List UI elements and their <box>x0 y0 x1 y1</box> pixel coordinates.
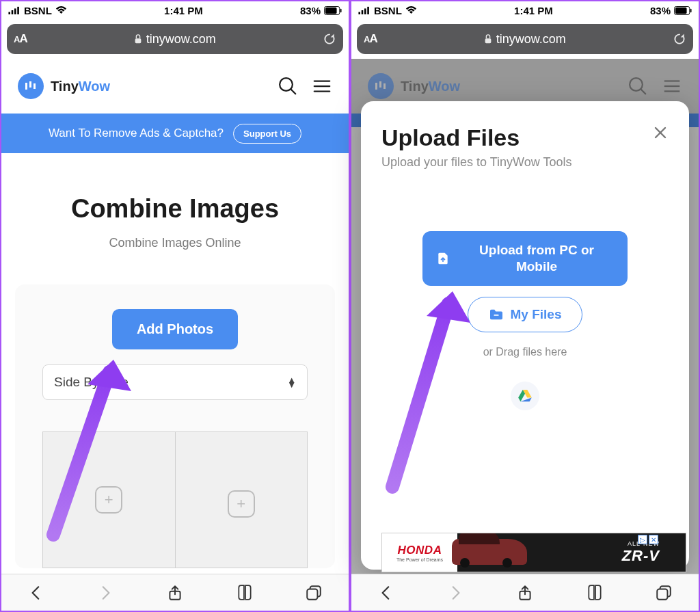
ad-brand: HONDA <box>398 544 442 557</box>
svg-rect-5 <box>325 7 337 13</box>
tabs-icon[interactable] <box>305 584 323 602</box>
svg-line-12 <box>291 90 295 94</box>
svg-rect-8 <box>25 83 27 90</box>
brand-text-1: Tiny <box>51 79 79 94</box>
svg-rect-6 <box>340 8 342 12</box>
back-icon[interactable] <box>27 584 45 602</box>
safari-address-bar: AA tinywow.com <box>1 19 349 59</box>
upload-modal: Upload Files Upload your files to TinyWo… <box>361 101 689 570</box>
address-pill[interactable]: AA tinywow.com <box>7 24 343 54</box>
status-bar: BSNL 1:41 PM 83% <box>351 1 699 19</box>
adchoices-icon[interactable]: ▷✕ <box>638 535 658 544</box>
tool-card: Add Photos Side By Side ▲▼ + + <box>15 284 335 568</box>
share-icon[interactable] <box>516 584 534 602</box>
app-header: TinyWow <box>1 59 349 114</box>
brand[interactable]: TinyWow <box>18 73 110 99</box>
clock-label: 1:41 PM <box>164 5 203 16</box>
ad-brand-box: HONDA The Power of Dreams <box>382 533 457 572</box>
modal-title: Upload Files <box>381 124 520 151</box>
brand-text-2: Wow <box>79 79 110 94</box>
drag-hint: or Drag files here <box>483 346 567 358</box>
select-value: Side By Side <box>54 375 129 390</box>
preview-grid: + + <box>42 431 308 568</box>
safari-toolbar <box>1 574 349 611</box>
my-files-button[interactable]: My Files <box>468 297 583 332</box>
svg-rect-25 <box>690 8 692 12</box>
google-drive-icon <box>518 390 532 402</box>
wifi-icon <box>55 6 67 14</box>
bookmarks-icon[interactable] <box>586 584 604 602</box>
ad-car-image <box>457 533 622 572</box>
svg-rect-3 <box>17 7 19 14</box>
reload-icon[interactable] <box>673 32 686 46</box>
signal-icon <box>358 6 371 14</box>
main-content: Combine Images Combine Images Online Add… <box>1 153 349 611</box>
url-domain: tinywow.com <box>496 32 566 46</box>
google-drive-button[interactable] <box>511 382 539 410</box>
promo-text: Want To Remove Ads & Captcha? <box>49 127 224 140</box>
address-pill[interactable]: AA tinywow.com <box>357 24 693 54</box>
svg-rect-22 <box>367 7 369 14</box>
file-upload-icon <box>436 252 450 265</box>
promo-banner: Want To Remove Ads & Captcha? Support Us <box>1 114 349 153</box>
status-bar: BSNL 1:41 PM 83% <box>1 1 349 19</box>
svg-point-11 <box>280 78 293 91</box>
bookmarks-icon[interactable] <box>236 584 254 602</box>
folder-icon <box>489 308 504 321</box>
text-size-button[interactable]: AA <box>14 32 27 46</box>
svg-rect-10 <box>33 83 36 89</box>
share-icon[interactable] <box>166 584 184 602</box>
support-us-button[interactable]: Support Us <box>233 124 301 144</box>
signal-icon <box>8 6 21 14</box>
plus-icon: + <box>95 486 122 514</box>
close-icon[interactable] <box>652 124 669 141</box>
wifi-icon <box>405 6 417 14</box>
svg-rect-26 <box>485 38 491 43</box>
battery-icon <box>324 6 342 15</box>
plus-icon: + <box>228 490 255 518</box>
add-photos-button[interactable]: Add Photos <box>112 309 238 349</box>
forward-icon[interactable] <box>446 584 464 602</box>
svg-rect-19 <box>358 12 360 14</box>
tabs-icon[interactable] <box>655 584 673 602</box>
svg-rect-20 <box>362 10 364 14</box>
ad-tagline: The Power of Dreams <box>396 557 443 562</box>
carrier-label: BSNL <box>374 5 402 16</box>
clock-label: 1:41 PM <box>514 5 553 16</box>
brand-logo-icon <box>18 73 44 99</box>
battery-percent: 83% <box>650 5 671 16</box>
phone-left: BSNL 1:41 PM 83% AA tinywow.com TinyWow <box>0 0 350 612</box>
upload-from-device-button[interactable]: Upload from PC or Mobile <box>422 231 628 286</box>
back-icon[interactable] <box>377 584 395 602</box>
svg-rect-21 <box>364 8 366 14</box>
modal-subtitle: Upload your files to TinyWow Tools <box>381 155 669 170</box>
svg-rect-18 <box>307 589 317 599</box>
battery-percent: 83% <box>300 5 321 16</box>
text-size-button[interactable]: AA <box>364 32 377 46</box>
lock-icon <box>134 34 142 44</box>
lock-icon <box>484 34 492 44</box>
my-files-label: My Files <box>511 307 562 322</box>
ad-banner[interactable]: HONDA The Power of Dreams ALL-NEW ZR-V ▷… <box>381 533 686 572</box>
svg-rect-9 <box>29 81 31 88</box>
page-subtitle: Combine Images Online <box>1 236 349 250</box>
ad-model: ZR-V <box>622 547 660 565</box>
forward-icon[interactable] <box>96 584 114 602</box>
page-title: Combine Images <box>1 194 349 224</box>
svg-rect-1 <box>12 10 14 14</box>
layout-select[interactable]: Side By Side ▲▼ <box>42 364 308 400</box>
search-icon[interactable] <box>278 76 298 96</box>
hamburger-menu-icon[interactable] <box>312 76 332 96</box>
svg-rect-37 <box>494 315 498 316</box>
svg-rect-24 <box>675 7 687 13</box>
reload-icon[interactable] <box>323 32 336 46</box>
carrier-label: BSNL <box>24 5 52 16</box>
svg-rect-0 <box>8 12 10 14</box>
chevron-updown-icon: ▲▼ <box>287 377 296 387</box>
grid-cell[interactable]: + <box>176 440 308 568</box>
svg-rect-2 <box>14 8 16 14</box>
svg-rect-7 <box>135 38 141 43</box>
grid-cell[interactable]: + <box>43 432 176 568</box>
safari-toolbar <box>351 574 699 611</box>
url-domain: tinywow.com <box>146 32 216 46</box>
